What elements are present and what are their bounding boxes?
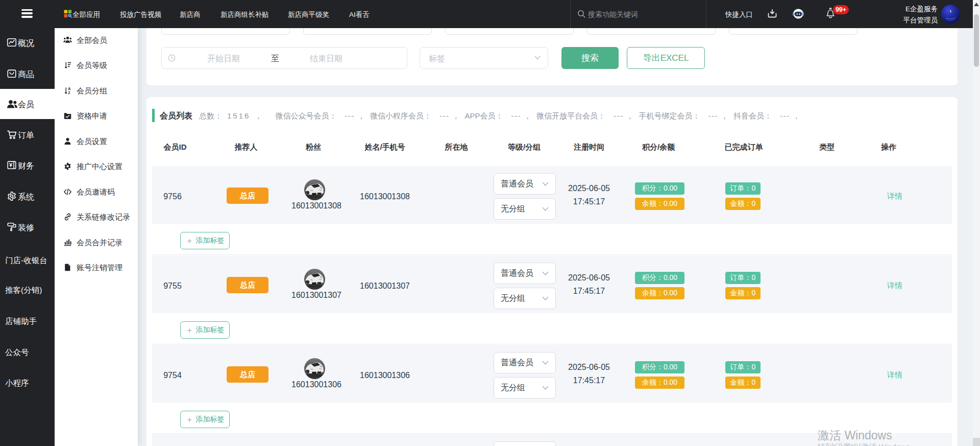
svg-text:Z: Z — [68, 91, 70, 95]
